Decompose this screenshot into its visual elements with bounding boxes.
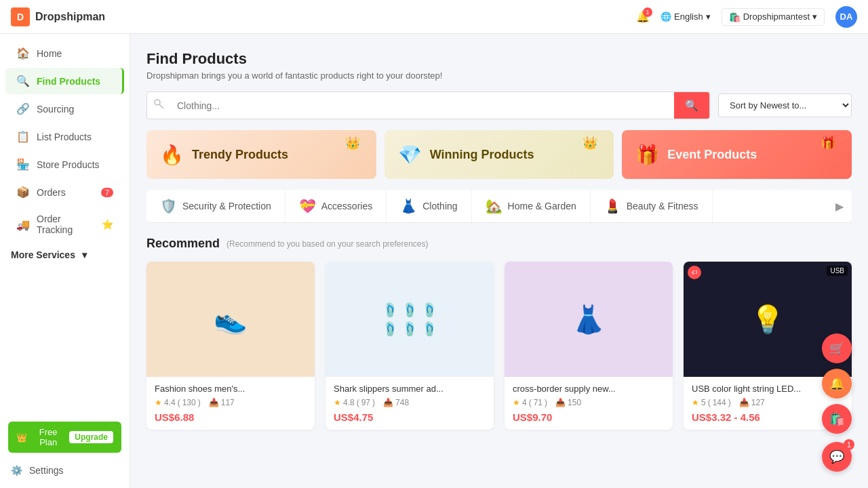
product-card[interactable]: 🩴🩴🩴 🩴🩴🩴 Shark slippers summer ad... ★ 4.… — [326, 262, 494, 430]
event-gift-icon: 🎁 — [821, 136, 835, 150]
page-subtitle: Dropshipman brings you a world of fantas… — [146, 70, 442, 81]
clothing-icon: 👗 — [400, 198, 417, 214]
sidebar-item-list-products[interactable]: 📋 List Products — [5, 123, 124, 150]
product-downloads: 📥 117 — [209, 398, 235, 407]
upgrade-button[interactable]: 👑 Free Plan Upgrade — [8, 422, 121, 453]
product-meta: ★ 4.8 (97) 📥 748 — [334, 398, 486, 407]
search-bar-icon — [147, 99, 172, 113]
category-card-event[interactable]: 🎁 Event Products 🎁 — [622, 130, 852, 179]
product-downloads: 📥 150 — [555, 398, 581, 407]
fab-source-button[interactable]: 🛒 — [822, 333, 852, 363]
trendy-title: Trendy Products — [192, 148, 288, 162]
store-selector[interactable]: 🛍️ Dropshipmantest ▾ — [722, 8, 825, 26]
winning-title: Winning Products — [430, 148, 534, 162]
security-icon: 🛡️ — [160, 198, 177, 214]
language-selector[interactable]: 🌐 English ▾ — [660, 12, 711, 22]
chat-button[interactable]: 💬 1 — [822, 442, 852, 472]
logo-initial: D — [17, 12, 24, 22]
product-rating: ★ 5 (144) — [692, 398, 731, 407]
globe-icon: 🌐 — [660, 12, 671, 22]
category-cards: 🔥 Trendy Products 👑 💎 Winning Products 👑… — [146, 130, 852, 179]
sub-cat-next-arrow[interactable]: ▶ — [827, 192, 852, 221]
svg-rect-0 — [155, 100, 160, 105]
product-name: cross-border supply new... — [513, 384, 665, 394]
sidebar-home-label: Home — [37, 48, 62, 59]
star-icon: ★ — [155, 398, 162, 407]
product-usb-badge: USB — [827, 266, 848, 276]
category-card-winning[interactable]: 💎 Winning Products 👑 — [384, 130, 614, 179]
home-icon: 🏠 — [16, 47, 30, 60]
orders-icon: 📦 — [16, 186, 30, 199]
product-rating: ★ 4.4 (130) — [155, 398, 201, 407]
sidebar-item-store-products[interactable]: 🏪 Store Products — [5, 151, 124, 178]
sidebar-list-products-label: List Products — [37, 131, 92, 142]
main-content: Find Products Dropshipman brings you a w… — [130, 34, 868, 488]
sidebar-item-order-tracking[interactable]: 🚚 Order Tracking ⭐ — [5, 207, 124, 242]
sidebar-item-orders[interactable]: 📦 Orders 7 — [5, 179, 124, 205]
source-icon: 🛒 — [829, 341, 844, 356]
rating-value: 4.4 — [164, 398, 176, 407]
sub-cat-accessories[interactable]: 💝 Accessories — [285, 190, 387, 222]
crown-icon: 👑 — [16, 432, 27, 443]
category-card-trendy[interactable]: 🔥 Trendy Products 👑 — [146, 130, 376, 179]
sidebar-item-sourcing[interactable]: 🔗 Sourcing — [5, 96, 124, 122]
product-card[interactable]: 👗 cross-border supply new... ★ 4 (71) 📥 … — [505, 262, 673, 430]
free-plan-label: Free Plan — [33, 427, 64, 447]
sidebar-item-settings[interactable]: ⚙️ Settings — [0, 458, 130, 483]
product-badge: 🏷 — [688, 266, 701, 279]
product-meta: ★ 5 (144) 📥 127 — [692, 398, 844, 407]
product-image: 👟 — [146, 262, 315, 377]
winning-crown-icon: 👑 — [583, 136, 597, 150]
sort-select[interactable]: Sort by Newest to...Sort by OldestSort b… — [718, 94, 852, 117]
sub-cat-clothing[interactable]: 👗 Clothing — [387, 190, 471, 222]
sidebar-store-products-label: Store Products — [37, 159, 100, 170]
product-info: cross-border supply new... ★ 4 (71) 📥 15… — [505, 377, 673, 430]
upgrade-label[interactable]: Upgrade — [69, 431, 113, 443]
beauty-icon: 💄 — [604, 198, 621, 214]
search-submit-icon: 🔍 — [685, 100, 698, 111]
logo-text: Dropshipman — [35, 11, 105, 23]
sub-cat-beauty[interactable]: 💄 Beauty & Fitness — [591, 190, 713, 222]
page-title: Find Products — [146, 50, 442, 68]
product-price: US$4.75 — [334, 411, 486, 423]
sidebar-orders-label: Orders — [37, 187, 66, 198]
search-bar: 🔍 — [146, 92, 710, 119]
user-avatar[interactable]: DA — [835, 6, 857, 28]
fab-alert-button[interactable]: 🔔 — [822, 369, 852, 399]
notification-bell-button[interactable]: 🔔 1 — [636, 10, 650, 23]
recommend-subtitle: (Recommend to you based on your search p… — [226, 239, 429, 249]
alert-icon: 🔔 — [829, 376, 844, 391]
star-icon: ★ — [334, 398, 341, 407]
product-name: Fashion shoes men's... — [155, 384, 307, 394]
sub-cat-home-garden[interactable]: 🏡 Home & Garden — [472, 190, 591, 222]
sidebar-order-tracking-label: Order Tracking — [37, 214, 95, 235]
store-chevron-icon: ▾ — [812, 12, 817, 22]
chat-badge: 1 — [844, 439, 854, 450]
product-card[interactable]: 👟 Fashion shoes men's... ★ 4.4 (130) 📥 1… — [146, 262, 315, 430]
language-label: English — [674, 12, 703, 22]
sub-categories: 🛡️ Security & Protection 💝 Accessories 👗… — [146, 190, 852, 223]
cart-icon: 🛍️ — [829, 411, 844, 426]
product-info: Fashion shoes men's... ★ 4.4 (130) 📥 117… — [146, 377, 315, 430]
security-label: Security & Protection — [182, 201, 271, 211]
sidebar-more-services[interactable]: More Services ▾ — [0, 243, 130, 267]
sidebar-item-find-products[interactable]: 🔍 Find Products — [5, 68, 124, 94]
search-input[interactable] — [172, 95, 674, 117]
product-rating: ★ 4 (71) — [513, 398, 547, 407]
search-row: 🔍 Sort by Newest to...Sort by OldestSort… — [146, 92, 852, 119]
tracking-icon: 🚚 — [16, 218, 30, 231]
product-downloads: 📥 127 — [739, 398, 765, 407]
store-label: Dropshipmantest — [743, 12, 810, 22]
sidebar-item-home[interactable]: 🏠 Home — [5, 40, 124, 66]
trendy-icon: 🔥 — [160, 144, 184, 166]
settings-label: Settings — [29, 465, 64, 476]
trendy-crown-icon: 👑 — [345, 136, 360, 150]
product-name: USB color light string LED... — [692, 384, 844, 394]
search-submit-button[interactable]: 🔍 — [674, 92, 709, 119]
product-price: US$3.32 - 4.56 — [692, 411, 844, 423]
product-downloads: 📥 748 — [383, 398, 409, 407]
chevron-down-icon: ▾ — [706, 12, 711, 22]
sub-cat-security[interactable]: 🛡️ Security & Protection — [146, 190, 285, 222]
accessories-icon: 💝 — [299, 198, 316, 214]
fab-cart-button[interactable]: 🛍️ — [822, 404, 852, 434]
